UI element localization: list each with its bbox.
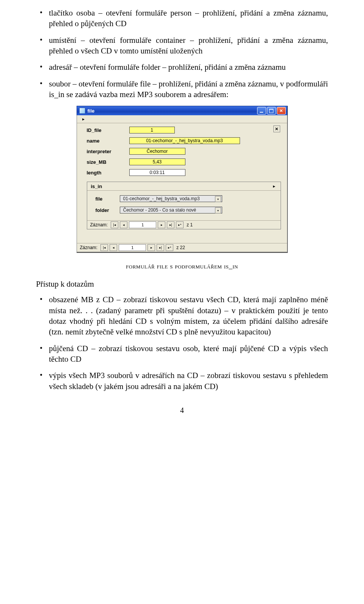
form-window: file ✕ ▸ ✕ ID_file 1 name 01-cechomor_-_… bbox=[77, 106, 288, 253]
subform-title: is_in bbox=[91, 184, 102, 189]
bullet-item: adresář – otevření formuláře folder – pr… bbox=[49, 62, 328, 72]
nav-new-button[interactable]: ▸* bbox=[176, 221, 184, 228]
nav-prev-button[interactable]: ◂ bbox=[110, 244, 117, 251]
bullet-item: obsazené MB z CD – zobrazí tiskovou sest… bbox=[49, 294, 328, 337]
nav-count: z 22 bbox=[176, 245, 185, 250]
close-record-button[interactable]: ✕ bbox=[273, 126, 280, 132]
nav-next-button[interactable]: ▸ bbox=[158, 221, 165, 228]
maximize-button[interactable] bbox=[267, 107, 276, 115]
file-dropdown[interactable]: 01-cechomor_-_hej_bystra_voda.mp3 ▾ bbox=[120, 195, 222, 202]
dropdown-value: 01-cechomor_-_hej_bystra_voda.mp3 bbox=[123, 196, 200, 201]
bullet-item: tlačítko osoba – otevření formuláře pers… bbox=[49, 8, 328, 29]
field-label: ID_file bbox=[87, 127, 129, 133]
chevron-down-icon[interactable]: ▾ bbox=[215, 196, 221, 202]
bullet-item: soubor – otevření formuláře file – prohl… bbox=[49, 78, 328, 100]
nav-next-button[interactable]: ▸ bbox=[147, 244, 155, 251]
field-label: length bbox=[87, 170, 129, 176]
bullet-item: umístění – otevření formuláře container … bbox=[49, 35, 328, 56]
nav-count: z 1 bbox=[187, 222, 193, 227]
nav-position-input[interactable]: 1 bbox=[129, 221, 156, 228]
field-label: interpreter bbox=[87, 149, 129, 154]
page-number: 4 bbox=[36, 406, 328, 415]
form-icon bbox=[79, 108, 85, 114]
titlebar[interactable]: file ✕ bbox=[77, 106, 287, 115]
nav-last-button[interactable]: ▸| bbox=[157, 244, 164, 251]
name-input[interactable]: 01-cechomor_-_hej_bystra_voda.mp3 bbox=[129, 137, 240, 144]
section-heading: Přístup k dotazům bbox=[36, 279, 328, 289]
field-label: name bbox=[87, 138, 129, 144]
chevron-down-icon[interactable]: ▾ bbox=[215, 207, 221, 213]
close-button[interactable]: ✕ bbox=[277, 107, 286, 115]
record-nav-arrow-icon[interactable]: ▸ bbox=[82, 116, 85, 122]
interpreter-input[interactable]: Čechomor bbox=[129, 148, 185, 155]
record-nav-arrow-icon[interactable]: ▸ bbox=[273, 184, 275, 189]
nav-last-button[interactable]: ▸| bbox=[167, 221, 174, 228]
window-title: file bbox=[88, 108, 257, 114]
length-input[interactable]: 0:03:11 bbox=[129, 169, 185, 176]
dropdown-value: Čechomor - 2005 - Co sa stalo nové bbox=[123, 207, 196, 213]
subform-is-in: is_in ▸ file 01-cechomor_-_hej_bystra_vo… bbox=[87, 182, 281, 229]
minimize-button[interactable] bbox=[257, 107, 266, 115]
form-record-nav: Záznam: |◂ ◂ 1 ▸ ▸| ▸* z 22 bbox=[77, 243, 287, 252]
nav-label: Záznam: bbox=[90, 222, 108, 227]
nav-first-button[interactable]: |◂ bbox=[111, 221, 118, 228]
id-file-input[interactable]: 1 bbox=[129, 127, 175, 133]
nav-position-input[interactable]: 1 bbox=[119, 244, 146, 251]
nav-label: Záznam: bbox=[80, 245, 98, 250]
size-input[interactable]: 5,43 bbox=[129, 158, 185, 165]
record-selector-bar: ▸ bbox=[77, 115, 287, 123]
bullet-item: půjčená CD – zobrazí tiskovou sestavu os… bbox=[49, 343, 328, 365]
folder-dropdown[interactable]: Čechomor - 2005 - Co sa stalo nové ▾ bbox=[120, 207, 222, 213]
field-label: size_MB bbox=[87, 159, 129, 165]
nav-first-button[interactable]: |◂ bbox=[100, 244, 108, 251]
field-label: file bbox=[96, 196, 120, 202]
subform-record-nav: Záznam: |◂ ◂ 1 ▸ ▸| ▸* z 1 bbox=[87, 220, 281, 229]
bullet-item: výpis všech MP3 souborů v adresářích na … bbox=[49, 370, 328, 392]
field-label: folder bbox=[96, 207, 120, 213]
figure-caption: formulář file s podformulářem is_in bbox=[36, 262, 328, 270]
nav-new-button[interactable]: ▸* bbox=[166, 244, 173, 251]
nav-prev-button[interactable]: ◂ bbox=[120, 221, 127, 228]
